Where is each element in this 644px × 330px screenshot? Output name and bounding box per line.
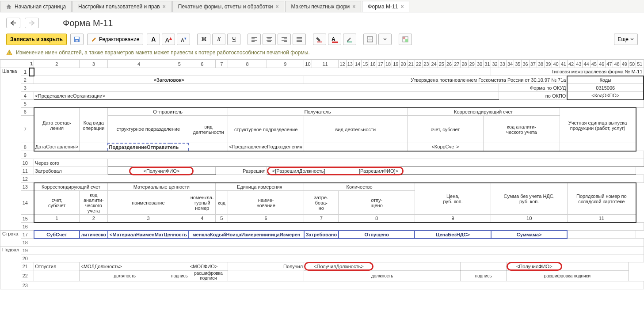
col-hdr[interactable]: 13 <box>346 60 354 68</box>
cell[interactable] <box>29 143 34 151</box>
col-hdr[interactable]: 6 <box>189 60 215 68</box>
tab-home[interactable]: Начальная страница <box>0 1 72 12</box>
bg-color-button[interactable] <box>313 34 326 45</box>
cell[interactable] <box>29 84 499 92</box>
cell-pos-label[interactable]: должность <box>80 270 170 281</box>
font-increase-button[interactable]: A▴ <box>162 34 175 45</box>
cell-recv-fio[interactable]: <ПолучилФИО> <box>506 262 628 270</box>
cell-n[interactable]: 4 <box>189 215 215 223</box>
tab-templates[interactable]: Макеты печатных форм × <box>285 1 361 12</box>
cell-corr2[interactable]: Корреспондирующий счет <box>34 183 108 191</box>
cell[interactable] <box>29 254 644 262</box>
cell-requested[interactable]: Затребовал <box>34 167 108 175</box>
cell-struct-r[interactable]: структурное подразделение <box>228 116 304 143</box>
row-hdr[interactable]: 7 <box>21 116 29 143</box>
row-hdr[interactable]: 6 <box>21 108 29 116</box>
cell-mol-pos[interactable]: <МОЛДолжность> <box>80 262 170 270</box>
font-button[interactable]: A <box>147 34 160 45</box>
cell[interactable] <box>29 231 34 239</box>
col-hdr[interactable]: 48 <box>613 60 621 68</box>
col-hdr[interactable]: 43 <box>575 60 583 68</box>
row-hdr[interactable]: 3 <box>21 84 29 92</box>
spreadsheet[interactable]: 1 2 3 4 5 6 7 8 9 10 11 12 13 14 15 16 1… <box>0 59 644 289</box>
cell-acct[interactable]: счет, субсчет <box>407 116 484 143</box>
cell-param[interactable]: Отпущено <box>339 231 415 239</box>
cell-act-s[interactable]: вид деятельности <box>189 116 228 143</box>
col-hdr[interactable]: 32 <box>491 60 499 68</box>
col-hdr[interactable]: 38 <box>537 60 544 68</box>
col-hdr[interactable]: 8 <box>228 60 267 68</box>
cell-acct2[interactable]: счет, субсчет <box>34 191 80 215</box>
row-hdr[interactable]: 9 <box>21 151 29 159</box>
cell-n[interactable]: 6 <box>228 215 304 223</box>
col-hdr[interactable]: 11 <box>312 60 339 68</box>
section-footer[interactable]: Подвал <box>0 247 21 289</box>
cell[interactable] <box>34 270 80 281</box>
cell-n[interactable]: 5 <box>215 215 228 223</box>
col-hdr[interactable]: 28 <box>461 60 468 68</box>
col-hdr[interactable]: 45 <box>590 60 598 68</box>
italic-button[interactable]: К <box>212 34 225 45</box>
cell-rel[interactable]: отпу- щено <box>339 191 415 215</box>
align-center-button[interactable] <box>263 34 276 45</box>
cell-ord[interactable]: Порядковый номер по складской картотеке <box>567 183 636 215</box>
col-hdr[interactable]: 26 <box>445 60 453 68</box>
cell[interactable] <box>461 262 507 270</box>
back-button[interactable] <box>6 18 20 28</box>
align-left-button[interactable] <box>248 34 261 45</box>
cell-permitted[interactable]: Разрешил <box>215 167 267 175</box>
row-hdr[interactable]: 5 <box>21 100 29 108</box>
cell-opkind-hdr[interactable]: Код вида операции <box>80 108 108 143</box>
cell[interactable] <box>29 108 34 116</box>
row-hdr[interactable]: 16 <box>21 223 29 231</box>
cell-param[interactable]: Суммама> <box>491 231 568 239</box>
row-hdr[interactable]: 4 <box>21 92 29 100</box>
cell-n[interactable]: 3 <box>108 215 189 223</box>
border-color-button[interactable] <box>343 34 356 45</box>
cell-anal[interactable]: код аналити- ческого учета <box>484 116 560 143</box>
section-row[interactable]: Строка <box>0 231 21 247</box>
cell-okpo-value[interactable]: <КодОКПО> <box>567 92 644 100</box>
cell-n[interactable]: 8 <box>339 215 415 223</box>
col-hdr[interactable]: 50 <box>628 60 636 68</box>
col-hdr[interactable]: 15 <box>362 60 369 68</box>
cell-through[interactable]: Через кого <box>34 159 108 167</box>
cell[interactable] <box>80 143 108 151</box>
tab-user-settings[interactable]: Настройки пользователей и прав × <box>72 1 171 12</box>
row-hdr[interactable]: 10 <box>21 159 29 167</box>
cell-recv[interactable]: <ПредставлениеПодразделения <box>228 143 304 151</box>
cell[interactable] <box>29 175 644 183</box>
borders-dropdown[interactable] <box>378 34 392 45</box>
tab-form-m11[interactable]: Форма М-11 × <box>362 1 409 12</box>
cell[interactable] <box>29 247 644 254</box>
col-hdr[interactable]: 9 <box>267 60 304 68</box>
cell-received[interactable]: Получил <box>228 262 304 270</box>
edit-mode-button[interactable]: Редактирование <box>87 34 143 45</box>
section-header[interactable]: Шапка <box>0 68 21 231</box>
cell[interactable] <box>228 270 304 281</box>
cell-dec-label[interactable]: расшифровка подписи <box>189 270 228 281</box>
close-icon[interactable]: × <box>352 4 355 10</box>
cell-codes[interactable]: Коды <box>567 76 644 84</box>
row-hdr[interactable]: 20 <box>21 254 29 262</box>
cell-dept-param[interactable]: ПодразделениеОтправитель <box>108 143 189 151</box>
col-hdr[interactable]: 14 <box>354 60 361 68</box>
cell[interactable] <box>484 143 560 151</box>
cell-struct-s[interactable]: структурное подразделение <box>108 116 189 143</box>
col-hdr[interactable]: 39 <box>545 60 552 68</box>
col-hdr[interactable]: 18 <box>384 60 392 68</box>
cell-sender-hdr[interactable]: Отправитель <box>108 108 228 116</box>
cell[interactable] <box>304 143 408 151</box>
cell-code[interactable]: код <box>215 191 228 215</box>
cell-n[interactable]: 10 <box>491 215 568 223</box>
font-decrease-button[interactable]: A▾ <box>177 34 190 45</box>
tab-print-forms[interactable]: Печатные формы, отчеты и обработки × <box>172 1 285 12</box>
bold-button[interactable]: Ж <box>197 34 210 45</box>
col-hdr[interactable]: 30 <box>476 60 483 68</box>
cell-receiver-hdr[interactable]: Получатель <box>228 108 407 116</box>
col-hdr[interactable]: 42 <box>567 60 575 68</box>
cell-mol-fio[interactable]: <МОЛФИО> <box>189 262 228 270</box>
cell[interactable] <box>29 270 34 281</box>
col-hdr[interactable]: 22 <box>415 60 422 68</box>
cell[interactable] <box>29 159 34 167</box>
